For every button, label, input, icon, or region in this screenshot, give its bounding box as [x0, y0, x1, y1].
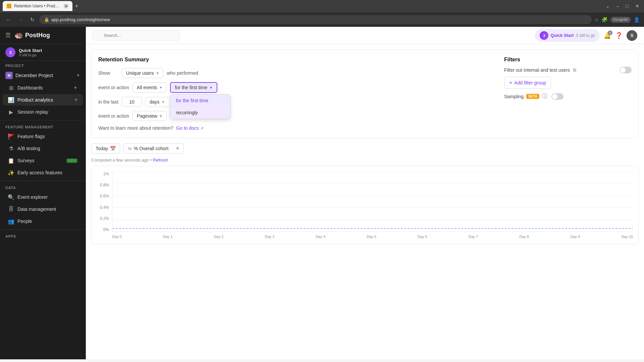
- first-time-select[interactable]: for the first time ▼: [170, 82, 217, 93]
- refresh-link[interactable]: Refresh: [153, 158, 168, 163]
- unique-users-value: Unique users: [126, 70, 154, 76]
- quick-start-circle: 3: [5, 47, 15, 57]
- posthog-logo: 🦔 PostHog: [14, 31, 50, 40]
- docs-link[interactable]: Go to docs: [176, 125, 199, 131]
- today-btn[interactable]: Today 📅: [91, 143, 120, 154]
- reload-button[interactable]: ↻: [28, 15, 37, 24]
- browser-tabs: Retention Users • Product analy... ✕ + ⌄…: [0, 0, 644, 12]
- y-label-6: 0%: [103, 227, 109, 232]
- panel-title: Retention Summary: [98, 57, 497, 63]
- pageview-select[interactable]: Pageview ▼: [132, 111, 167, 121]
- bookmark-icon[interactable]: ☆: [594, 17, 599, 23]
- sidebar-item-ab-testing[interactable]: ⚗ A/B testing: [3, 143, 83, 154]
- unique-users-arrow-icon: ▼: [156, 71, 159, 75]
- forward-button[interactable]: →: [16, 15, 25, 24]
- product-analytics-plus-icon[interactable]: +: [74, 97, 77, 103]
- chart-container: 1% 0.8% 0.6% 0.4% 0.2% 0%: [91, 166, 639, 244]
- quick-start-label: Quick Start: [19, 48, 42, 53]
- filter-internal-label: Filter out internal and test users: [504, 67, 570, 73]
- win-restore-btn[interactable]: ⌄: [604, 3, 612, 9]
- computed-text: Computed a few seconds ago: [91, 158, 149, 163]
- all-events-arrow-icon: ▼: [159, 86, 163, 89]
- feature-divider: [0, 120, 86, 120]
- tab-favicon: [7, 4, 11, 8]
- sidebar-item-feature-flags[interactable]: 🚩 Feature flags: [3, 131, 83, 142]
- sidebar-item-early-access[interactable]: ✨ Early access features: [3, 167, 83, 178]
- cohort-select[interactable]: % % Overall cohort ▼: [123, 143, 184, 154]
- x-label-day6: Day 6: [418, 235, 427, 239]
- docs-row: Want to learn more about retention? Go t…: [98, 125, 497, 131]
- percent-prefix: %: [128, 146, 132, 151]
- sidebar-item-data-management[interactable]: 🗄 Data management: [3, 203, 83, 215]
- date-row: Today 📅 % % Overall cohort ▼: [91, 143, 639, 154]
- chart-inner: [112, 172, 633, 232]
- chart-svg: [112, 172, 633, 232]
- dropdown-option-first-time[interactable]: for the first time: [170, 95, 230, 107]
- dropdown-option-recurringly[interactable]: recurringly: [170, 107, 230, 119]
- all-events-value: All events: [137, 85, 157, 90]
- y-axis: 1% 0.8% 0.6% 0.4% 0.2% 0%: [97, 172, 110, 232]
- who-performed-text: who performed: [167, 70, 198, 76]
- x-label-day1: Day 1: [163, 235, 173, 239]
- days-count-input[interactable]: [122, 97, 142, 107]
- project-item[interactable]: M December Project ▼: [0, 69, 86, 82]
- active-tab[interactable]: Retention Users • Product analy... ✕: [3, 1, 72, 11]
- x-label-day0: Day 0: [112, 235, 122, 239]
- data-management-label: Data management: [17, 206, 56, 212]
- data-management-icon: 🗄: [8, 206, 14, 212]
- two-col-layout: Retention Summary Show Unique users ▼ wh…: [98, 57, 632, 131]
- surveys-icon: 📋: [8, 158, 14, 164]
- sidebar-item-session-replay[interactable]: ▶ Session replay: [3, 106, 83, 118]
- all-events-select[interactable]: All events ▼: [132, 82, 167, 93]
- add-filter-label: Add filter group: [514, 80, 546, 85]
- sampling-toggle[interactable]: [551, 93, 564, 100]
- retention-left-col: Retention Summary Show Unique users ▼ wh…: [98, 57, 497, 131]
- add-filter-group-btn[interactable]: + Add filter group: [504, 77, 551, 89]
- surveys-label: Surveys: [17, 158, 35, 163]
- notifications-btn[interactable]: 🔔 0: [604, 32, 611, 39]
- unique-users-select[interactable]: Unique users ▼: [122, 68, 163, 78]
- lock-icon: 🔒: [44, 17, 49, 22]
- incognito-badge: Incognito: [610, 17, 631, 23]
- y-label-3: 0.6%: [100, 194, 109, 198]
- sidebar-item-event-explorer[interactable]: 🔍 Event explorer: [3, 191, 83, 203]
- sidebar-item-people[interactable]: 👥 People: [3, 216, 83, 227]
- retention-panel: Retention Summary Show Unique users ▼ wh…: [91, 50, 639, 138]
- sidebar-item-surveys[interactable]: 📋 Surveys NEW: [3, 155, 83, 166]
- product-analytics-label: Product analytics: [17, 97, 53, 103]
- extensions-icon[interactable]: 🧩: [601, 17, 608, 23]
- early-access-icon: ✨: [8, 170, 14, 176]
- y-label-4: 0.4%: [100, 205, 109, 210]
- days-select[interactable]: days ▼: [145, 97, 172, 107]
- url-input[interactable]: 🔒 app.posthog.com/insights/new: [39, 15, 592, 24]
- qs-count-badge: 3: [540, 31, 548, 40]
- session-replay-icon: ▶: [8, 109, 14, 115]
- dot-separator: •: [150, 158, 153, 163]
- search-input[interactable]: [93, 30, 180, 41]
- user-icon[interactable]: 👤: [634, 17, 640, 23]
- sidebar-item-dashboards[interactable]: ⊞ Dashboards ▼: [3, 82, 83, 94]
- win-min-btn[interactable]: –: [614, 3, 621, 9]
- win-close-btn[interactable]: ✕: [633, 3, 641, 9]
- quick-start-sub: 3 still to go: [19, 53, 42, 57]
- filter-internal-toggle[interactable]: [620, 67, 632, 73]
- project-section-label: PROJECT: [0, 61, 86, 69]
- quick-start-header-btn[interactable]: 3 Quick Start 3 still to go: [535, 29, 600, 42]
- x-label-day8: Day 8: [520, 235, 529, 239]
- win-max-btn[interactable]: □: [624, 3, 631, 9]
- x-label-day5: Day 5: [367, 235, 376, 239]
- apps-section-label: APPS: [0, 232, 86, 240]
- qs-label: Quick Start: [550, 33, 574, 38]
- back-button[interactable]: ←: [4, 15, 13, 24]
- sidebar-item-product-analytics[interactable]: 📊 Product analytics +: [3, 94, 83, 106]
- info-icon[interactable]: ⓘ: [542, 93, 547, 100]
- hamburger-icon[interactable]: ☰: [5, 32, 11, 39]
- help-icon[interactable]: ❓: [615, 32, 623, 39]
- new-tab-button[interactable]: +: [75, 3, 78, 9]
- filter-internal-row: Filter out internal and test users ⚙: [504, 67, 632, 73]
- gear-icon[interactable]: ⚙: [573, 67, 577, 73]
- data-divider: [0, 181, 86, 181]
- tab-close-btn[interactable]: ✕: [64, 4, 68, 8]
- feature-section-label: FEATURE MANAGEMENT: [0, 122, 86, 130]
- user-avatar[interactable]: S: [627, 30, 637, 41]
